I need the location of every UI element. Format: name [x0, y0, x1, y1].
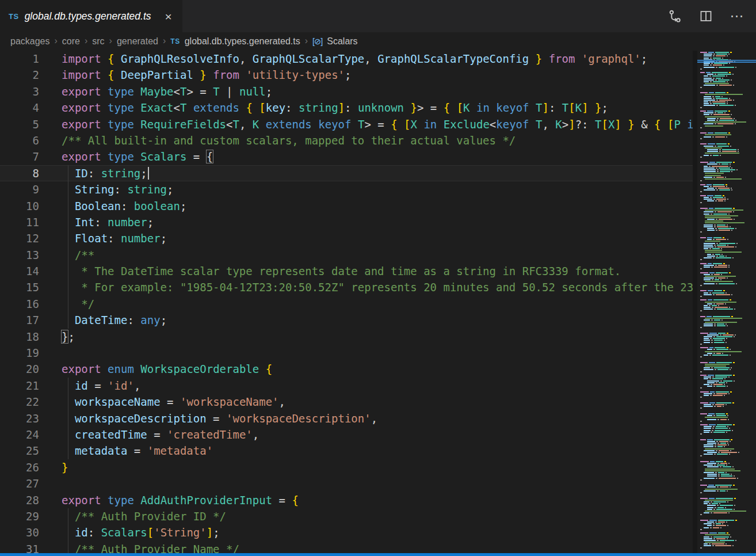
code-line[interactable]: 28export type AddAuthProviderInput = { — [0, 492, 693, 508]
code-token: ?: — [575, 118, 595, 131]
code-line[interactable]: 26} — [0, 459, 693, 475]
minimap-line — [700, 404, 756, 405]
breadcrumb-item-src[interactable]: src — [92, 36, 104, 47]
line-number[interactable]: 13 — [0, 247, 39, 263]
line-number[interactable]: 27 — [0, 475, 39, 492]
code-line[interactable]: 29 /** Auth Provider ID */ — [0, 508, 693, 524]
code-token: ; — [167, 183, 173, 196]
code-line[interactable]: 1import { GraphQLResolveInfo, GraphQLSca… — [0, 51, 693, 67]
code-line[interactable]: 6/** All built-in and custom scalars, ma… — [0, 132, 693, 148]
code-line[interactable]: 7export type Scalars = { — [0, 148, 693, 165]
line-number[interactable]: 15 — [0, 279, 39, 295]
breadcrumb-item-generated[interactable]: generated — [117, 36, 158, 47]
status-bar[interactable] — [0, 553, 756, 556]
minimap-line — [700, 408, 756, 409]
line-number[interactable]: 29 — [0, 508, 39, 524]
minimap-line — [700, 518, 756, 519]
code-line[interactable]: 11 Int: number; — [0, 214, 693, 230]
code-line[interactable]: 31 /** Auth Provider Name */ — [0, 541, 693, 553]
code-line[interactable]: 16 */ — [0, 296, 693, 312]
code-line[interactable]: 9 String: string; — [0, 181, 693, 197]
code-line[interactable]: 4export type Exact<T extends { [key: str… — [0, 100, 693, 116]
code-line[interactable]: 2import { DeepPartial } from 'utility-ty… — [0, 67, 693, 83]
minimap-line — [700, 143, 756, 144]
line-number[interactable]: 19 — [0, 345, 39, 361]
code-token: export — [62, 150, 101, 163]
close-icon[interactable]: × — [165, 10, 172, 22]
minimap-line — [700, 146, 756, 147]
code-line[interactable]: 27 — [0, 475, 693, 492]
line-number[interactable]: 10 — [0, 198, 39, 214]
minimap-line — [700, 302, 756, 303]
code-line[interactable]: 19 — [0, 345, 693, 361]
indent-guide — [68, 263, 68, 279]
code-line[interactable]: 24 createdTime = 'createdTime', — [0, 426, 693, 443]
tab-global-db-types-generated-ts[interactable]: TS global.db.types.generated.ts × — [0, 0, 182, 32]
line-number[interactable]: 3 — [0, 83, 39, 100]
line-number[interactable]: 17 — [0, 312, 39, 328]
minimap-line — [700, 401, 756, 402]
line-number[interactable]: 14 — [0, 263, 39, 279]
line-number[interactable]: 1 — [0, 51, 39, 67]
line-number[interactable]: 31 — [0, 541, 39, 553]
code-token: 'id' — [108, 379, 134, 392]
line-number[interactable]: 7 — [0, 148, 39, 165]
minimap-line — [700, 406, 756, 407]
line-number[interactable]: 9 — [0, 181, 39, 197]
line-number[interactable]: 28 — [0, 492, 39, 508]
line-number[interactable]: 2 — [0, 67, 39, 83]
line-number[interactable]: 6 — [0, 132, 39, 148]
code-line[interactable]: 22 workspaceName = 'workspaceName', — [0, 394, 693, 410]
line-number[interactable]: 5 — [0, 116, 39, 132]
code-token: ] — [568, 118, 575, 131]
breadcrumb-item-file[interactable]: global.db.types.generated.ts — [185, 36, 300, 47]
minimap-line — [700, 54, 756, 55]
code-token — [134, 494, 140, 507]
breadcrumb-item-symbol[interactable]: Scalars — [327, 36, 357, 47]
breadcrumb-item-packages[interactable]: packages — [10, 36, 50, 47]
open-changes-icon[interactable] — [667, 9, 682, 24]
line-number[interactable]: 21 — [0, 378, 39, 394]
code-line[interactable]: 3export type Maybe<T> = T | null; — [0, 83, 693, 100]
code-line[interactable]: 25 metadata = 'metadata' — [0, 443, 693, 459]
code-line[interactable]: 20export enum WorkspaceOrderable { — [0, 361, 693, 377]
breadcrumb-item-core[interactable]: core — [62, 36, 80, 47]
line-number[interactable]: 20 — [0, 361, 39, 377]
code-line[interactable]: 17 DateTime: any; — [0, 312, 693, 328]
code-line[interactable]: 15 * For example: "1985-04-12T23:20:50.5… — [0, 279, 693, 295]
editor-lines[interactable]: 1import { GraphQLResolveInfo, GraphQLSca… — [0, 51, 693, 553]
line-number[interactable]: 18 — [0, 329, 39, 345]
code-token: ; — [213, 526, 219, 539]
line-number[interactable]: 11 — [0, 214, 39, 230]
code-line[interactable]: 12 Float: number; — [0, 230, 693, 246]
code-line[interactable]: 14 * The DateTime scalar type represents… — [0, 263, 693, 279]
minimap[interactable] — [697, 51, 756, 553]
code-line[interactable]: 8 ID: string; — [0, 165, 693, 181]
minimap-line — [700, 364, 756, 365]
minimap-line — [700, 432, 756, 433]
line-number[interactable]: 23 — [0, 410, 39, 426]
code-line[interactable]: 21 id = 'id', — [0, 378, 693, 394]
code-text: import { DeepPartial } from 'utility-typ… — [39, 67, 693, 83]
line-number[interactable]: 16 — [0, 296, 39, 312]
line-number[interactable]: 12 — [0, 230, 39, 246]
line-number[interactable]: 30 — [0, 524, 39, 540]
code-text: Int: number; — [39, 214, 693, 230]
line-number[interactable]: 25 — [0, 443, 39, 459]
scrollbar-track[interactable] — [693, 51, 697, 553]
code-line[interactable]: 30 id: Scalars['String']; — [0, 524, 693, 540]
line-number[interactable]: 22 — [0, 394, 39, 410]
code-line[interactable]: 13 /** — [0, 247, 693, 263]
code-line[interactable]: 23 workspaceDescription = 'workspaceDesc… — [0, 410, 693, 426]
line-number[interactable]: 24 — [0, 426, 39, 443]
line-number[interactable]: 26 — [0, 459, 39, 475]
more-actions-icon[interactable]: ⋯ — [730, 9, 744, 24]
minimap-line — [700, 79, 756, 81]
line-number[interactable]: 8 — [0, 165, 39, 181]
code-line[interactable]: 10 Boolean: boolean; — [0, 198, 693, 214]
minimap-line — [700, 479, 756, 481]
line-number[interactable]: 4 — [0, 100, 39, 116]
split-editor-icon[interactable] — [698, 9, 713, 24]
code-line[interactable]: 18}; — [0, 329, 693, 345]
code-line[interactable]: 5export type RequireFields<T, K extends … — [0, 116, 693, 132]
